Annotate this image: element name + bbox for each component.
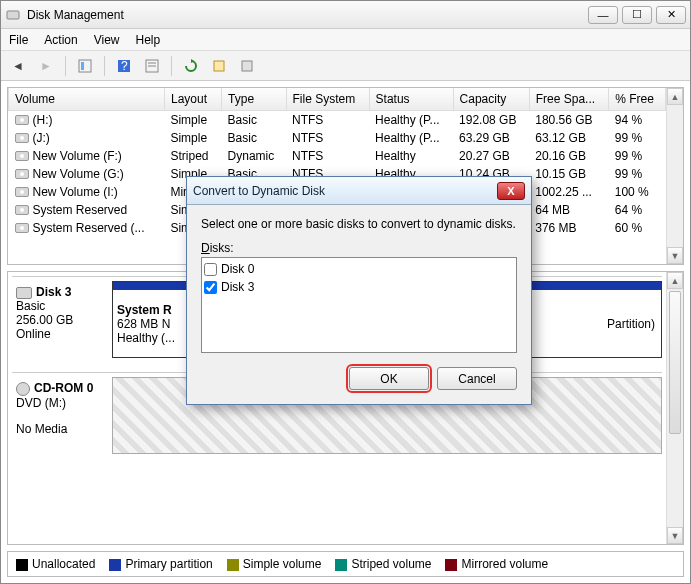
volume-icon — [15, 133, 29, 143]
column-header[interactable]: Type — [222, 88, 286, 110]
maximize-button[interactable]: ☐ — [622, 6, 652, 24]
cancel-button[interactable]: Cancel — [437, 367, 517, 390]
menu-action[interactable]: Action — [44, 33, 77, 47]
svg-text:?: ? — [121, 59, 128, 73]
column-header[interactable]: Layout — [164, 88, 221, 110]
convert-dynamic-dialog: Convert to Dynamic Disk X Select one or … — [186, 176, 532, 405]
column-header[interactable]: Capacity — [453, 88, 529, 110]
svg-rect-8 — [214, 61, 224, 71]
menu-view[interactable]: View — [94, 33, 120, 47]
svg-rect-2 — [81, 62, 84, 70]
menubar: File Action View Help — [1, 29, 690, 51]
dialog-titlebar: Convert to Dynamic Disk X — [187, 177, 531, 205]
disk-checkbox[interactable] — [204, 281, 217, 294]
partition[interactable]: System R 628 MB N Healthy (... — [112, 281, 187, 358]
table-row[interactable]: (H:)SimpleBasicNTFSHealthy (P...192.08 G… — [9, 110, 666, 129]
column-header[interactable]: Volume — [9, 88, 165, 110]
column-header[interactable]: % Free — [609, 88, 666, 110]
refresh-icon[interactable] — [180, 55, 202, 77]
scroll-up-icon[interactable]: ▲ — [667, 272, 683, 289]
cdrom-icon — [16, 382, 30, 396]
column-header[interactable]: File System — [286, 88, 369, 110]
list-item[interactable]: Disk 3 — [204, 278, 514, 296]
menu-file[interactable]: File — [9, 33, 28, 47]
close-button[interactable]: ✕ — [656, 6, 686, 24]
ok-button[interactable]: OK — [349, 367, 429, 390]
window-title: Disk Management — [27, 8, 588, 22]
svg-rect-9 — [242, 61, 252, 71]
column-header[interactable]: Status — [369, 88, 453, 110]
dialog-instruction: Select one or more basic disks to conver… — [201, 217, 517, 231]
volume-icon — [15, 223, 29, 233]
menu-help[interactable]: Help — [136, 33, 161, 47]
table-row[interactable]: New Volume (F:)StripedDynamicNTFSHealthy… — [9, 147, 666, 165]
dialog-title: Convert to Dynamic Disk — [193, 184, 497, 198]
column-header[interactable]: Free Spa... — [529, 88, 608, 110]
volume-icon — [15, 115, 29, 125]
disk-icon — [16, 287, 32, 299]
titlebar: Disk Management — ☐ ✕ — [1, 1, 690, 29]
scroll-down-icon[interactable]: ▼ — [667, 527, 683, 544]
separator — [104, 56, 105, 76]
dialog-close-button[interactable]: X — [497, 182, 525, 200]
disk-info: CD-ROM 0 DVD (M:) No Media — [12, 377, 112, 454]
list-item[interactable]: Disk 0 — [204, 260, 514, 278]
minimize-button[interactable]: — — [588, 6, 618, 24]
scrollbar[interactable]: ▲ ▼ — [666, 88, 683, 264]
scrollbar[interactable]: ▲ ▼ — [666, 272, 683, 544]
table-row[interactable]: (J:)SimpleBasicNTFSHealthy (P...63.29 GB… — [9, 129, 666, 147]
separator — [65, 56, 66, 76]
disk-label: Disk 0 — [221, 262, 254, 276]
back-button[interactable]: ◄ — [7, 55, 29, 77]
disks-label: Disks: — [201, 241, 517, 255]
volume-icon — [15, 151, 29, 161]
app-icon — [5, 7, 21, 23]
svg-rect-0 — [7, 11, 19, 19]
separator — [171, 56, 172, 76]
toolbar-icon[interactable] — [236, 55, 258, 77]
scroll-down-icon[interactable]: ▼ — [667, 247, 683, 264]
toolbar-icon[interactable] — [141, 55, 163, 77]
toolbar-icon[interactable] — [74, 55, 96, 77]
disk-listbox[interactable]: Disk 0Disk 3 — [201, 257, 517, 353]
toolbar: ◄ ► ? — [1, 51, 690, 81]
volume-icon — [15, 169, 29, 179]
help-icon[interactable]: ? — [113, 55, 135, 77]
volume-icon — [15, 205, 29, 215]
svg-rect-1 — [79, 60, 91, 72]
disk-checkbox[interactable] — [204, 263, 217, 276]
disk-info: Disk 3 Basic 256.00 GB Online — [12, 281, 112, 358]
disk-label: Disk 3 — [221, 280, 254, 294]
scroll-up-icon[interactable]: ▲ — [667, 88, 683, 105]
forward-button[interactable]: ► — [35, 55, 57, 77]
volume-icon — [15, 187, 29, 197]
legend: Unallocated Primary partition Simple vol… — [7, 551, 684, 577]
properties-icon[interactable] — [208, 55, 230, 77]
